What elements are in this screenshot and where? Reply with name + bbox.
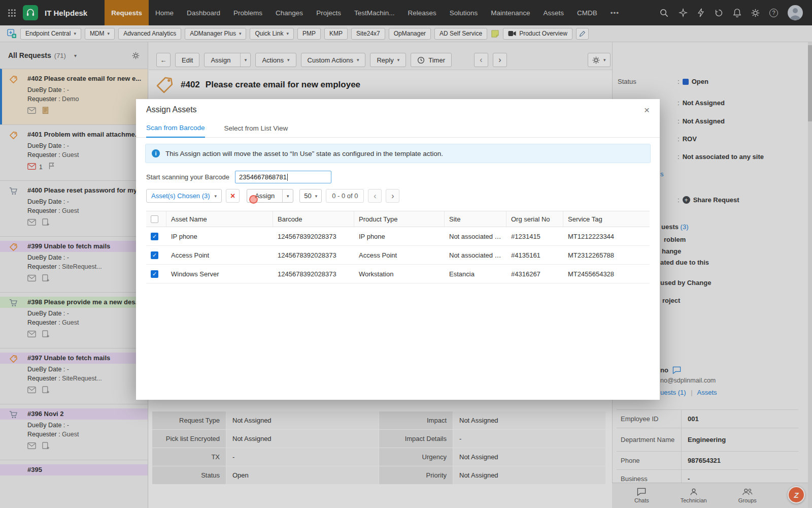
row-checkbox[interactable]: ✓ bbox=[151, 251, 158, 259]
page-size-dropdown[interactable]: 50▾ bbox=[299, 189, 322, 203]
pagination-prev-button[interactable]: ‹ bbox=[368, 189, 382, 203]
site-cell: Not associated t... bbox=[445, 251, 506, 259]
click-indicator bbox=[249, 195, 258, 204]
info-text: This Assign action will move the asset t… bbox=[165, 150, 443, 157]
close-icon[interactable]: × bbox=[644, 105, 650, 115]
org-serial-cell: #1231415 bbox=[506, 233, 563, 240]
modal-header: Assign Assets × bbox=[136, 99, 660, 120]
service-tag-cell: MT1212223344 bbox=[563, 233, 650, 240]
row-checkbox[interactable]: ✓ bbox=[151, 270, 158, 278]
product-type-cell: Access Point bbox=[354, 251, 445, 259]
product-type-cell: Workstation bbox=[354, 270, 445, 278]
org-serial-cell: #4135161 bbox=[506, 251, 563, 259]
product-type-cell: IP phone bbox=[354, 233, 445, 240]
asset-name-cell: IP phone bbox=[166, 233, 273, 240]
assign-assets-modal: Assign Assets × Scan from Barcode Select… bbox=[136, 99, 660, 400]
site-cell: Estancia bbox=[445, 270, 506, 278]
barcode-label: Start scanning your Barcode bbox=[146, 173, 229, 181]
x-icon: × bbox=[230, 192, 235, 201]
select-all-checkbox[interactable] bbox=[151, 215, 158, 223]
column-header[interactable]: Asset Name bbox=[166, 211, 273, 227]
barcode-cell: 1245678392028373 bbox=[273, 251, 354, 259]
table-row[interactable]: ✓ IP phone 1245678392028373 IP phone Not… bbox=[146, 227, 650, 246]
chevron-down-icon: ▾ bbox=[215, 194, 217, 199]
site-cell: Not associated t... bbox=[445, 233, 506, 240]
chevron-down-icon: ▾ bbox=[315, 194, 318, 199]
check-icon: ✓ bbox=[152, 233, 157, 240]
assets-table: Asset Name Barcode Product Type Site Org… bbox=[146, 211, 650, 283]
table-row[interactable]: ✓ Windows Server 1245678392028373 Workst… bbox=[146, 265, 650, 283]
check-icon: ✓ bbox=[152, 252, 157, 259]
table-row[interactable]: ✓ Access Point 1245678392028373 Access P… bbox=[146, 246, 650, 265]
modal-tabs: Scan from Barcode Select from List View bbox=[136, 120, 660, 138]
table-header-row: Asset Name Barcode Product Type Site Org… bbox=[146, 211, 650, 227]
pagination-counter: 0 - 0 of 0 bbox=[326, 189, 364, 203]
modal-title: Assign Assets bbox=[146, 105, 197, 114]
assets-chosen-dropdown[interactable]: Asset(s) Chosen (3)▾ bbox=[146, 189, 222, 203]
barcode-scan-row: Start scanning your Barcode 235466786878… bbox=[146, 171, 650, 183]
row-checkbox[interactable]: ✓ bbox=[151, 233, 158, 240]
pagination-next-button[interactable]: › bbox=[386, 189, 399, 203]
info-banner: i This Assign action will move the asset… bbox=[145, 144, 651, 163]
tab-select-from-list-view[interactable]: Select from List View bbox=[224, 124, 288, 137]
text-cursor bbox=[287, 174, 288, 181]
column-header[interactable]: Org serial No bbox=[506, 211, 563, 227]
chevron-right-icon: › bbox=[391, 192, 394, 201]
info-icon: i bbox=[152, 149, 160, 157]
column-header[interactable]: Barcode bbox=[273, 211, 354, 227]
chevron-down-icon[interactable]: ▾ bbox=[282, 189, 293, 202]
check-icon: ✓ bbox=[152, 271, 157, 277]
service-tag-cell: MT2455654328 bbox=[563, 270, 650, 278]
chevron-left-icon: ‹ bbox=[374, 192, 376, 201]
barcode-cell: 1245678392028373 bbox=[273, 270, 354, 278]
asset-name-cell: Windows Server bbox=[166, 270, 273, 278]
asset-controls-row: Asset(s) Chosen (3)▾ × Assign ▾ 50▾ 0 - … bbox=[146, 189, 650, 203]
org-serial-cell: #4316267 bbox=[506, 270, 563, 278]
asset-name-cell: Access Point bbox=[166, 251, 273, 259]
clear-selection-button[interactable]: × bbox=[226, 189, 240, 203]
column-header[interactable]: Service Tag bbox=[563, 211, 650, 227]
barcode-input[interactable]: 2354667868781 bbox=[235, 171, 331, 183]
column-header[interactable]: Site bbox=[445, 211, 506, 227]
service-tag-cell: MT2312265788 bbox=[563, 251, 650, 259]
barcode-cell: 1245678392028373 bbox=[273, 233, 354, 240]
column-header[interactable]: Product Type bbox=[354, 211, 445, 227]
tab-scan-from-barcode[interactable]: Scan from Barcode bbox=[146, 124, 205, 138]
